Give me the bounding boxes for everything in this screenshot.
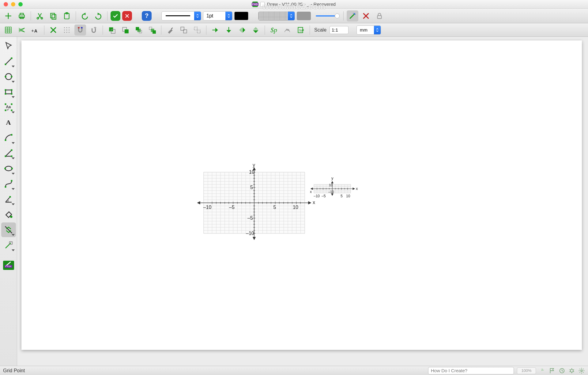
snap-a-button[interactable]: +A xyxy=(29,25,41,36)
document-icon xyxy=(260,2,265,7)
svg-point-70 xyxy=(10,216,13,218)
unit-value: mm xyxy=(357,27,374,32)
line-weight-value: 1pt xyxy=(203,13,225,19)
redo-button[interactable] xyxy=(92,10,104,21)
angle-tool[interactable] xyxy=(1,146,16,161)
export-sp-button[interactable]: Sp xyxy=(295,25,307,36)
svg-rect-58 xyxy=(11,110,12,111)
circle-tool[interactable] xyxy=(1,69,16,84)
svg-rect-34 xyxy=(153,30,156,34)
svg-rect-68 xyxy=(11,180,12,182)
unit-select[interactable]: mm xyxy=(356,25,381,35)
minimize-window-button[interactable] xyxy=(11,2,15,6)
svg-rect-23 xyxy=(81,27,82,28)
svg-text:A: A xyxy=(34,28,37,33)
isometric-grid-button[interactable] xyxy=(16,25,28,36)
flip-v-button[interactable] xyxy=(250,25,262,36)
align-right-button[interactable] xyxy=(209,25,221,36)
lock-layer-tool[interactable] xyxy=(1,238,16,252)
bring-front-button[interactable] xyxy=(133,25,145,36)
magnet-single-button[interactable] xyxy=(74,25,86,36)
delete-tool-button[interactable] xyxy=(360,10,372,21)
window-controls xyxy=(4,2,23,6)
page[interactable]: y x –10 –5 5 10 10 5 –5 –10 xyxy=(21,40,582,350)
magic-tool-button[interactable] xyxy=(347,10,358,21)
paste-button[interactable] xyxy=(61,10,73,21)
svg-text:10: 10 xyxy=(249,169,254,175)
parameters-button[interactable]: $p xyxy=(268,25,280,36)
group-button[interactable] xyxy=(178,25,190,36)
history-icon[interactable] xyxy=(559,367,565,374)
bug-icon[interactable] xyxy=(568,367,575,374)
ungroup-button[interactable] xyxy=(191,25,203,36)
svg-point-3 xyxy=(37,17,39,19)
hide-points-tool[interactable] xyxy=(1,222,16,237)
pointer-tool[interactable] xyxy=(1,39,16,53)
bring-forward-button[interactable] xyxy=(106,25,118,36)
fxsk-tool[interactable]: FXSK xyxy=(1,258,16,273)
status-bar: Grid Point 100% xyxy=(0,366,588,375)
help-button[interactable]: ? xyxy=(142,11,152,21)
send-back-button[interactable] xyxy=(146,25,158,36)
svg-text:+: + xyxy=(31,28,34,33)
chevron-updown-icon xyxy=(225,12,232,20)
tool-palette: Aax² A FXSK xyxy=(0,37,17,366)
opacity-slider[interactable] xyxy=(316,15,337,17)
svg-point-14 xyxy=(66,27,67,28)
line-weight-select[interactable]: 1pt xyxy=(203,11,232,21)
lock-button[interactable] xyxy=(374,10,385,21)
svg-rect-67 xyxy=(5,186,6,188)
svg-rect-69 xyxy=(9,196,11,198)
svg-rect-57 xyxy=(5,110,6,111)
svg-text:–10: –10 xyxy=(328,190,334,194)
help-search-input[interactable] xyxy=(428,367,514,374)
bezier-tool[interactable] xyxy=(1,176,16,191)
fill-color-swatch[interactable] xyxy=(297,12,311,20)
grid-toggle-button[interactable] xyxy=(2,25,14,36)
print-button[interactable] xyxy=(16,10,28,21)
dot-grid-button[interactable] xyxy=(61,25,73,36)
cancel-button[interactable] xyxy=(122,11,132,21)
zoom-window-button[interactable] xyxy=(18,2,23,6)
fill-tool[interactable] xyxy=(1,207,16,222)
stroke-color-swatch[interactable] xyxy=(234,12,248,20)
script-sp-button[interactable]: Sp xyxy=(281,25,293,36)
protractor-tool[interactable] xyxy=(1,192,16,206)
gear-icon[interactable] xyxy=(578,367,585,374)
svg-text:Sp: Sp xyxy=(286,28,289,31)
confirm-button[interactable] xyxy=(111,11,120,21)
align-down-button[interactable] xyxy=(223,25,235,36)
ellipse-tool[interactable] xyxy=(1,161,16,176)
rectangle-tool[interactable] xyxy=(1,85,16,99)
coordinate-graph-large[interactable]: y x –10 –5 5 10 10 5 –5 –10 xyxy=(194,163,317,244)
svg-rect-61 xyxy=(5,156,6,157)
arc-tool[interactable] xyxy=(1,131,16,145)
undo-button[interactable] xyxy=(79,10,91,21)
svg-rect-51 xyxy=(5,93,6,95)
scale-input[interactable] xyxy=(330,26,349,34)
canvas-area[interactable]: y x –10 –5 5 10 10 5 –5 –10 xyxy=(17,37,588,366)
svg-rect-44 xyxy=(11,58,12,59)
add-button[interactable] xyxy=(2,10,14,21)
svg-text:–10: –10 xyxy=(203,205,212,210)
line-style-select[interactable] xyxy=(161,11,201,21)
close-window-button[interactable] xyxy=(4,2,8,6)
flip-h-button[interactable] xyxy=(236,25,248,36)
coordinate-graph-small[interactable]: y x 10 –10 –10 –5 5 10 x xyxy=(309,175,358,204)
copy-button[interactable] xyxy=(47,10,59,21)
text-frame-tool[interactable]: Aax² xyxy=(1,100,16,115)
svg-rect-6 xyxy=(52,14,56,19)
brush-clean-button[interactable] xyxy=(164,25,176,36)
fill-pattern-select[interactable] xyxy=(258,11,295,21)
svg-point-16 xyxy=(64,29,65,30)
zoom-field[interactable]: 100% xyxy=(517,367,536,374)
cut-button[interactable] xyxy=(34,10,46,21)
send-backward-button[interactable] xyxy=(119,25,131,36)
svg-text:x: x xyxy=(356,186,358,191)
line-tool[interactable] xyxy=(1,54,16,69)
flag-icon[interactable] xyxy=(549,367,556,374)
svg-rect-28 xyxy=(125,29,129,33)
text-tool[interactable]: A xyxy=(1,115,16,130)
clear-x-button[interactable] xyxy=(47,25,59,36)
magnet-infinite-button[interactable]: ∞ xyxy=(88,25,100,36)
